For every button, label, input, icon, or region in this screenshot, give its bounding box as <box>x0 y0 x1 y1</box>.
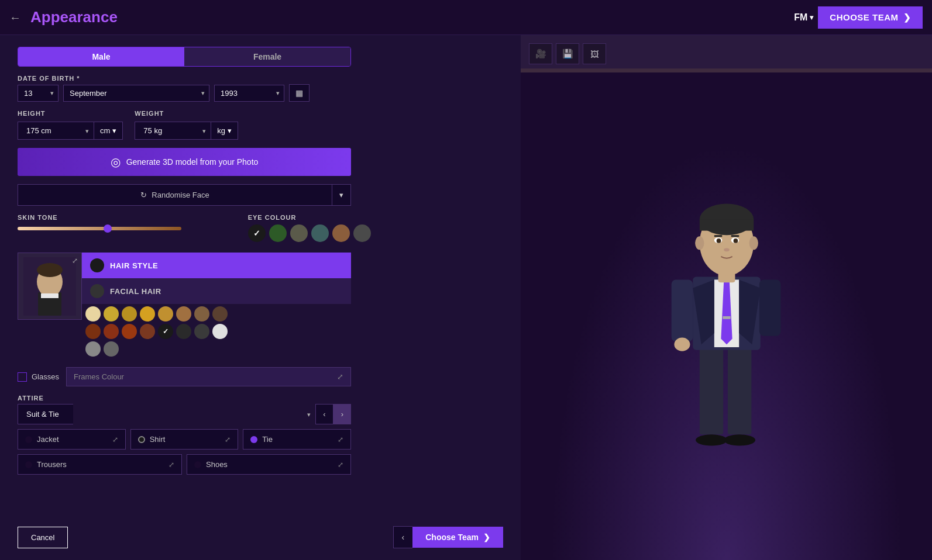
day-select-wrapper: 13 <box>18 85 59 102</box>
hair-palette-row1 <box>85 306 348 322</box>
hair-color-4[interactable] <box>140 306 155 322</box>
hair-color-14[interactable] <box>176 324 191 339</box>
hair-color-3[interactable] <box>122 306 137 322</box>
cancel-button[interactable]: Cancel <box>18 527 68 548</box>
hair-color-1[interactable] <box>85 306 101 322</box>
character-preview-image <box>23 257 76 316</box>
svg-rect-36 <box>731 235 738 237</box>
attire-tie[interactable]: Tie ⤢ <box>243 429 351 450</box>
eye-color-green[interactable] <box>269 224 287 242</box>
hair-color-7[interactable] <box>194 306 209 322</box>
calendar-button[interactable]: ▦ <box>289 84 309 102</box>
character-figure <box>662 164 791 468</box>
hair-color-12[interactable] <box>140 324 155 339</box>
svg-point-17 <box>696 434 727 445</box>
weight-unit[interactable]: kg ▾ <box>211 122 238 140</box>
randomise-face-row: ↻ Randomise Face ▾ <box>18 184 351 206</box>
choose-team-arrow-icon: ❯ <box>483 533 490 542</box>
back-button[interactable]: ← <box>9 10 21 25</box>
hair-color-18[interactable] <box>104 341 119 357</box>
tab-male[interactable]: Male <box>18 47 184 66</box>
attire-section: ATTIRE Suit & Tie Casual Sportswear ‹ › … <box>18 395 351 475</box>
eye-colors-row1: ✓ <box>248 224 503 242</box>
shirt-expand-icon: ⤢ <box>225 435 231 444</box>
character-area <box>521 72 932 560</box>
arrow-right-icon: ❯ <box>903 12 912 23</box>
shirt-label: Shirt <box>150 435 166 444</box>
attire-shoes[interactable]: Shoes ⤢ <box>187 454 351 475</box>
hair-color-16[interactable] <box>212 324 228 339</box>
eye-color-brown[interactable] <box>332 224 350 242</box>
hair-style-tab[interactable]: HAIR STYLE <box>82 253 351 278</box>
tie-label: Tie <box>262 435 273 444</box>
hair-color-5[interactable] <box>158 306 173 322</box>
tab-female[interactable]: Female <box>184 47 350 66</box>
hair-color-8[interactable] <box>212 306 228 322</box>
year-select[interactable]: 1993 <box>214 85 284 102</box>
right-panel: 🎥 💾 🖼 <box>521 35 932 560</box>
svg-rect-40 <box>759 279 780 336</box>
attire-trousers[interactable]: Trousers ⤢ <box>18 454 182 475</box>
jacket-label: Jacket <box>37 435 59 444</box>
height-unit[interactable]: cm ▾ <box>94 122 123 140</box>
choose-team-top-button[interactable]: CHOOSE TEAM ❯ <box>818 6 923 29</box>
hair-palette-row3 <box>85 341 348 357</box>
svg-point-37 <box>724 248 730 251</box>
hair-tabs: HAIR STYLE FACIAL HAIR <box>82 253 351 304</box>
facial-hair-icon <box>90 284 104 298</box>
jacket-expand-icon: ⤢ <box>112 435 118 444</box>
left-panel: Male Female DATE OF BIRTH * 13 September <box>0 35 521 560</box>
hair-color-11[interactable] <box>122 324 137 339</box>
facial-hair-tab[interactable]: FACIAL HAIR <box>82 278 351 304</box>
randomise-icon: ↻ <box>140 191 147 199</box>
attire-next-button[interactable]: › <box>333 404 351 424</box>
trousers-expand-icon: ⤢ <box>168 461 174 469</box>
frames-colour-button[interactable]: Frames Colour ⤢ <box>66 367 351 386</box>
randomise-dropdown-button[interactable]: ▾ <box>332 185 350 205</box>
eye-color-gray[interactable] <box>353 224 371 242</box>
height-label: HEIGHT <box>18 110 123 117</box>
previous-button[interactable]: ‹ <box>393 526 413 548</box>
shoes-label: Shoes <box>206 460 228 469</box>
eye-color-black[interactable]: ✓ <box>248 224 266 242</box>
svg-rect-16 <box>727 344 751 434</box>
dob-row: 13 September 1993 ▦ <box>18 84 503 102</box>
eye-color-teal[interactable] <box>311 224 329 242</box>
attire-shirt[interactable]: Shirt ⤢ <box>130 429 239 450</box>
hair-color-2[interactable] <box>104 306 119 322</box>
generate-3d-button[interactable]: ◎ Generate 3D model from your Photo <box>18 148 351 176</box>
hair-color-13[interactable]: ✓ <box>158 324 173 339</box>
hair-color-10[interactable] <box>104 324 119 339</box>
weight-inputs: 75 kg kg ▾ <box>135 122 238 140</box>
attire-prev-button[interactable]: ‹ <box>315 404 333 424</box>
weight-value[interactable]: 75 kg <box>135 122 211 140</box>
height-group: HEIGHT 175 cm cm ▾ <box>18 110 123 140</box>
hair-color-9[interactable] <box>85 324 101 339</box>
attire-label: ATTIRE <box>18 395 351 402</box>
glasses-section: Glasses Frames Colour ⤢ <box>18 367 351 386</box>
randomise-face-button[interactable]: ↻ Randomise Face <box>18 185 332 205</box>
day-select[interactable]: 13 <box>18 85 59 102</box>
glasses-checkbox[interactable] <box>18 372 27 382</box>
hair-color-6[interactable] <box>176 306 191 322</box>
svg-point-39 <box>674 338 690 351</box>
attire-select[interactable]: Suit & Tie Casual Sportswear <box>18 404 73 424</box>
svg-rect-4 <box>41 293 59 298</box>
date-of-birth-section: DATE OF BIRTH * 13 September 1993 <box>18 75 503 102</box>
skin-tone-slider[interactable] <box>18 227 181 230</box>
choose-team-bottom-button[interactable]: Choose Team ❯ <box>412 527 503 548</box>
hair-color-15[interactable] <box>194 324 209 339</box>
skin-tone-thumb <box>104 224 112 233</box>
hair-color-17[interactable] <box>85 341 101 357</box>
eye-color-olive[interactable] <box>290 224 308 242</box>
attire-jacket[interactable]: Jacket ⤢ <box>18 429 126 450</box>
glasses-label[interactable]: Glasses <box>18 372 59 382</box>
skin-tone-label: SKIN TONE <box>18 214 231 221</box>
svg-point-3 <box>37 263 63 277</box>
height-value[interactable]: 175 cm <box>18 122 94 140</box>
face-scan-icon: ◎ <box>111 155 121 169</box>
hair-controls: HAIR STYLE FACIAL HAIR <box>82 253 351 359</box>
month-select[interactable]: September <box>63 85 209 102</box>
tie-dot <box>250 436 257 443</box>
hair-palette-area: ✓ <box>82 304 351 359</box>
